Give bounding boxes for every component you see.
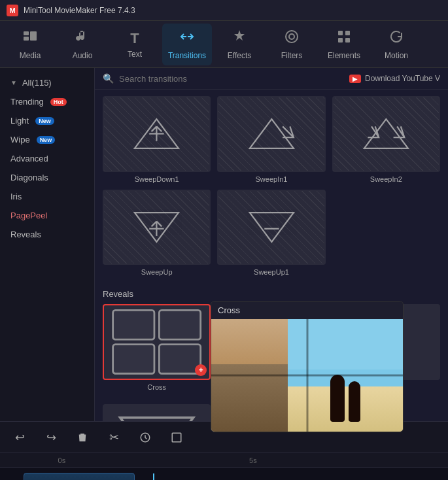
transitions-label: Transitions: [168, 51, 206, 60]
svg-rect-1: [24, 37, 29, 41]
person2-silhouette: [349, 381, 360, 422]
sidebar-all-label: All(115): [22, 78, 52, 88]
ruler-mark-5s: 5s: [237, 456, 269, 464]
speed-button[interactable]: [136, 428, 154, 447]
sweepup-label: SweepUp: [141, 268, 173, 276]
beach-right: [288, 319, 403, 432]
text-label: Text: [128, 50, 142, 59]
timeline: 0s 5s +: [0, 453, 448, 480]
undo-icon: ↩: [15, 430, 25, 445]
svg-rect-23: [113, 311, 154, 340]
svg-line-20: [157, 222, 162, 227]
audio-icon: [75, 29, 90, 48]
download-yt-icon: ▶: [349, 75, 361, 83]
svg-rect-26: [159, 345, 200, 374]
extra1-thumb[interactable]: [103, 404, 211, 421]
transition-sweepin1[interactable]: SweepIn1: [217, 96, 325, 183]
app-icon: M: [7, 5, 18, 16]
timeline-track: +: [0, 468, 448, 480]
nav-elements[interactable]: Elements: [319, 24, 369, 65]
nav-motion[interactable]: Motion: [371, 24, 421, 65]
search-input[interactable]: [119, 74, 344, 84]
sweepin2-thumb[interactable]: [332, 96, 440, 172]
elements-icon: [336, 29, 352, 48]
transition-sweepup[interactable]: SweepUp: [103, 190, 211, 277]
nav-text[interactable]: T Text: [110, 24, 160, 65]
timeline-ruler: 0s 5s: [0, 453, 448, 468]
svg-rect-25: [113, 345, 154, 374]
svg-rect-7: [338, 38, 343, 43]
cross-thumb[interactable]: +: [103, 304, 211, 380]
sidebar-advanced-label: Advanced: [10, 154, 48, 163]
nav-audio[interactable]: Audio: [58, 24, 107, 65]
sweepdown1-label: SweepDown1: [135, 175, 179, 183]
trending-badge: Hot: [50, 98, 67, 106]
timeline-clip[interactable]: [24, 473, 135, 481]
effects-label: Effects: [228, 51, 251, 60]
sweepdown1-thumb[interactable]: [103, 96, 211, 172]
nav-transitions[interactable]: Transitions: [162, 24, 212, 65]
transition-extra1[interactable]: [103, 404, 211, 421]
sidebar-item-iris[interactable]: Iris: [0, 187, 94, 206]
timeline-cursor: [153, 473, 154, 481]
sidebar-trending-label: Trending: [10, 97, 44, 107]
svg-marker-33: [120, 418, 194, 421]
sidebar-diagonals-label: Diagonals: [10, 173, 48, 182]
redo-icon: ↪: [46, 430, 56, 445]
crop-icon: [171, 432, 182, 443]
transitions-grid: SweepDown1 SweepIn1: [103, 96, 440, 276]
person1-silhouette: [330, 375, 345, 422]
ruler-mark-0s: 0s: [46, 456, 78, 464]
speed-icon: [139, 432, 151, 443]
transition-sweepup1[interactable]: SweepUp1: [217, 190, 325, 277]
sidebar-item-advanced[interactable]: Advanced: [0, 149, 94, 168]
nav-effects[interactable]: Effects: [215, 24, 264, 65]
svg-line-13: [157, 127, 162, 132]
light-badge: New: [35, 117, 54, 125]
nav-filters[interactable]: Filters: [267, 24, 317, 65]
svg-point-4: [289, 34, 294, 39]
app-title: MiniTool MovieMaker Free 7.4.3: [24, 6, 135, 15]
crop-button[interactable]: [167, 428, 186, 447]
sidebar-item-all[interactable]: ▼ All(115): [0, 73, 94, 92]
media-label: Media: [20, 51, 41, 60]
svg-point-3: [286, 31, 298, 43]
sidebar-item-light[interactable]: Light New: [0, 111, 94, 130]
nav-media[interactable]: Media: [5, 24, 55, 65]
sweepup-thumb[interactable]: [103, 190, 211, 266]
sidebar-item-wipe[interactable]: Wipe New: [0, 130, 94, 149]
wipe-badge: New: [37, 136, 56, 144]
transitions-icon: [179, 29, 195, 48]
download-yt-label: Download YouTube V: [365, 74, 440, 83]
redo-button[interactable]: ↪: [42, 428, 60, 447]
tooltip-image: [211, 319, 403, 432]
download-youtube-button[interactable]: ▶ Download YouTube V: [349, 74, 440, 83]
filters-icon: [284, 29, 300, 48]
filters-label: Filters: [281, 51, 303, 60]
svg-marker-14: [249, 120, 293, 149]
delete-button[interactable]: [73, 428, 92, 447]
sidebar-item-reveals[interactable]: Reveals: [0, 225, 94, 244]
svg-marker-21: [249, 213, 293, 242]
sidebar: ▼ All(115) Trending Hot Light New Wipe N…: [0, 68, 95, 421]
sidebar-item-diagonals[interactable]: Diagonals: [0, 168, 94, 187]
media-icon: [22, 29, 38, 48]
reveals-label: Reveals: [103, 289, 440, 299]
transition-sweepin2[interactable]: SweepIn2: [332, 96, 440, 183]
svg-rect-24: [159, 311, 200, 340]
sweepup1-thumb[interactable]: [217, 190, 325, 266]
sidebar-pagepeel-label: PagePeel: [10, 211, 47, 220]
transition-cross[interactable]: + Cross: [103, 304, 211, 391]
transitions-grid-section: SweepDown1 SweepIn1: [95, 90, 448, 283]
elements-label: Elements: [328, 51, 360, 60]
svg-rect-6: [345, 31, 350, 35]
undo-button[interactable]: ↩: [10, 428, 29, 447]
sweepin1-thumb[interactable]: [217, 96, 325, 172]
motion-label: Motion: [385, 51, 408, 60]
sidebar-item-pagepeel[interactable]: PagePeel: [0, 206, 94, 225]
cross-label: Cross: [147, 383, 166, 391]
text-icon: T: [130, 30, 139, 47]
transition-sweepdown1[interactable]: SweepDown1: [103, 96, 211, 183]
sidebar-item-trending[interactable]: Trending Hot: [0, 92, 94, 111]
cut-button[interactable]: ✂: [105, 428, 123, 447]
